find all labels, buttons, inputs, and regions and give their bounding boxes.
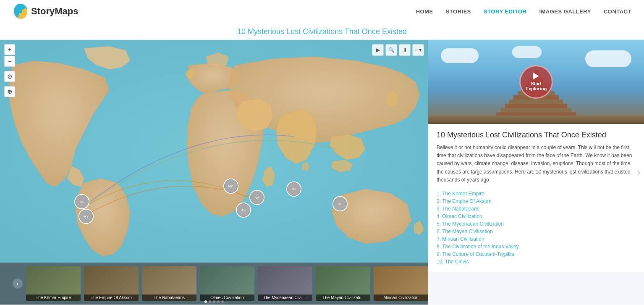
start-line2: Exploring <box>526 86 547 91</box>
list-link-6[interactable]: 7. Minoan Civilisation <box>437 236 484 242</box>
film-dot-2[interactable] <box>213 300 215 303</box>
globe-button[interactable]: ⊙ <box>4 71 15 82</box>
filmstrip-prev[interactable]: ‹ <box>13 279 23 289</box>
marker-olmec[interactable]: OL <box>74 194 89 209</box>
marker-mayan-inner: MY <box>79 210 93 223</box>
marker-nabataeans-inner: NA <box>250 191 264 204</box>
list-link-3[interactable]: 4. Olmec Civilization <box>437 213 482 219</box>
film-item-label-6: Minoan Civilization <box>374 294 428 301</box>
list-link-4[interactable]: 5. The Mycenaean Civilization <box>437 221 504 227</box>
film-item-label-2: The Nabataeans <box>142 294 196 301</box>
start-exploring-button[interactable]: Start Exploring <box>519 65 553 99</box>
pyramid-scene: Start Exploring <box>428 40 644 124</box>
sidebar-list: 1. The Khmer Empire2. The Empire Of Aksu… <box>437 190 636 266</box>
list-link-2[interactable]: 3. The Nabataeans <box>437 206 479 212</box>
nav-contact[interactable]: CONTACT <box>604 8 631 15</box>
list-link-8[interactable]: 9. The Culture of Cucuteni-Trypillia <box>437 251 514 257</box>
list-item-5: 6. The Mayan Civilisation <box>437 228 636 235</box>
map-section[interactable]: OL MY NA AK IN KH MC + − ⊙ ⊕ <box>0 40 428 305</box>
header: StoryMaps HOME STORIES STORY EDITOR IMAG… <box>0 0 644 23</box>
cloud-3 <box>585 50 631 67</box>
list-item-1: 2. The Empire Of Aksum <box>437 197 636 205</box>
search-map-button[interactable]: 🔍 <box>385 44 397 56</box>
play-icon <box>533 73 539 79</box>
page-title: 10 Mysterious Lost Civilizations That On… <box>237 27 407 36</box>
logo-maps: Maps <box>55 6 78 16</box>
menu-button[interactable]: ≡ ▾ <box>412 44 424 56</box>
sidebar-content: 10 Mysterious Lost Civilizations That On… <box>428 124 644 272</box>
list-item-7: 8. The Civilisation of the Indus Valley <box>437 243 636 250</box>
sidebar-description: Believe it or not humanity could disappe… <box>437 144 636 184</box>
marker-indus-inner: IN <box>287 182 301 196</box>
svg-point-1 <box>19 10 22 13</box>
sidebar-hero: Start Exploring <box>428 40 644 124</box>
pyramid-l4 <box>505 104 567 108</box>
logo-icon <box>13 3 29 19</box>
marker-nabataeans[interactable]: NA <box>249 190 264 205</box>
film-item-label-3: Olmec Civilization <box>200 294 254 301</box>
start-line1: Start <box>531 81 541 86</box>
page-title-bar: 10 Mysterious Lost Civilizations That On… <box>0 23 644 40</box>
film-item-4[interactable]: The Mycenaean Civill... <box>258 266 312 301</box>
pause-button[interactable]: ⏸ <box>399 44 411 56</box>
cloud-1 <box>441 48 479 63</box>
marker-olmec-inner: OL <box>75 195 89 208</box>
ground <box>428 116 644 124</box>
marker-aksum-inner: AK <box>237 203 250 217</box>
film-item-1[interactable]: The Empire Of Aksum <box>84 266 139 301</box>
film-item-2[interactable]: The Nabataeans <box>142 266 196 301</box>
location-button[interactable]: ⊕ <box>4 86 15 97</box>
sidebar-next-arrow[interactable]: › <box>637 166 641 179</box>
pyramid-l3 <box>501 108 571 112</box>
film-dot-1[interactable] <box>209 300 211 303</box>
marker-mycenaean[interactable]: MC <box>223 179 238 194</box>
nav: HOME STORIES STORY EDITOR IMAGES GALLERY… <box>416 8 631 15</box>
marker-indus[interactable]: IN <box>286 181 301 197</box>
film-item-5[interactable]: The Mayan Civilizati... <box>316 266 370 301</box>
logo: StoryMaps <box>13 3 79 19</box>
pyramid-l5 <box>509 100 563 104</box>
film-item-label-1: The Empire Of Aksum <box>84 294 139 301</box>
film-item-3[interactable]: Olmec Civilization <box>200 266 254 301</box>
list-item-9: 10. The Clovis <box>437 258 636 266</box>
list-link-9[interactable]: 10. The Clovis <box>437 259 469 265</box>
film-dots <box>204 300 224 303</box>
film-item-6[interactable]: Minoan Civilization <box>374 266 428 301</box>
map-controls: + − ⊙ ⊕ <box>4 44 15 97</box>
main: OL MY NA AK IN KH MC + − ⊙ ⊕ <box>0 40 644 305</box>
film-dot-0[interactable] <box>204 300 207 303</box>
marker-khmer[interactable]: KH <box>332 196 348 211</box>
list-item-6: 7. Minoan Civilisation <box>437 235 636 243</box>
list-link-5[interactable]: 6. The Mayan Civilisation <box>437 229 493 234</box>
list-link-0[interactable]: 1. The Khmer Empire <box>437 191 484 197</box>
film-item-label-5: The Mayan Civilizati... <box>316 294 370 301</box>
list-item-4: 5. The Mycenaean Civilization <box>437 220 636 228</box>
sidebar: Start Exploring 10 Mysterious Lost Civil… <box>428 40 644 305</box>
marker-mycenaean-inner: MC <box>224 179 238 193</box>
nav-home[interactable]: HOME <box>416 8 433 15</box>
filmstrip: ‹ The Khmer Empire The Empire Of Aksum T… <box>0 263 428 305</box>
zoom-out-button[interactable]: − <box>4 56 15 67</box>
map-toolbar: ▶ 🔍 ⏸ ≡ ▾ <box>372 44 424 56</box>
film-dot-3[interactable] <box>217 300 220 303</box>
world-map-svg <box>0 40 428 263</box>
list-item-3: 4. Olmec Civilization <box>437 213 636 220</box>
marker-aksum[interactable]: AK <box>236 202 251 218</box>
logo-story: Story <box>31 6 55 16</box>
zoom-in-button[interactable]: + <box>4 44 15 55</box>
list-item-8: 9. The Culture of Cucuteni-Trypillia <box>437 250 636 258</box>
list-link-1[interactable]: 2. The Empire Of Aksum <box>437 198 492 204</box>
cloud-2 <box>512 46 542 58</box>
play-button[interactable]: ▶ <box>372 44 384 56</box>
film-item-0[interactable]: The Khmer Empire <box>26 266 81 301</box>
list-link-7[interactable]: 8. The Civilisation of the Indus Valley <box>437 244 519 250</box>
marker-khmer-inner: KH <box>333 197 347 210</box>
nav-stories[interactable]: STORIES <box>446 8 471 15</box>
nav-story-editor[interactable]: STORY EDITOR <box>484 8 526 15</box>
sidebar-story-title: 10 Mysterious Lost Civilizations That On… <box>437 131 636 139</box>
film-item-label-4: The Mycenaean Civill... <box>258 294 312 301</box>
marker-mayan[interactable]: MY <box>79 209 94 224</box>
nav-images-gallery[interactable]: IMAGES GALLERY <box>539 8 591 15</box>
film-dot-4[interactable] <box>221 300 224 303</box>
list-item-2: 3. The Nabataeans <box>437 205 636 213</box>
